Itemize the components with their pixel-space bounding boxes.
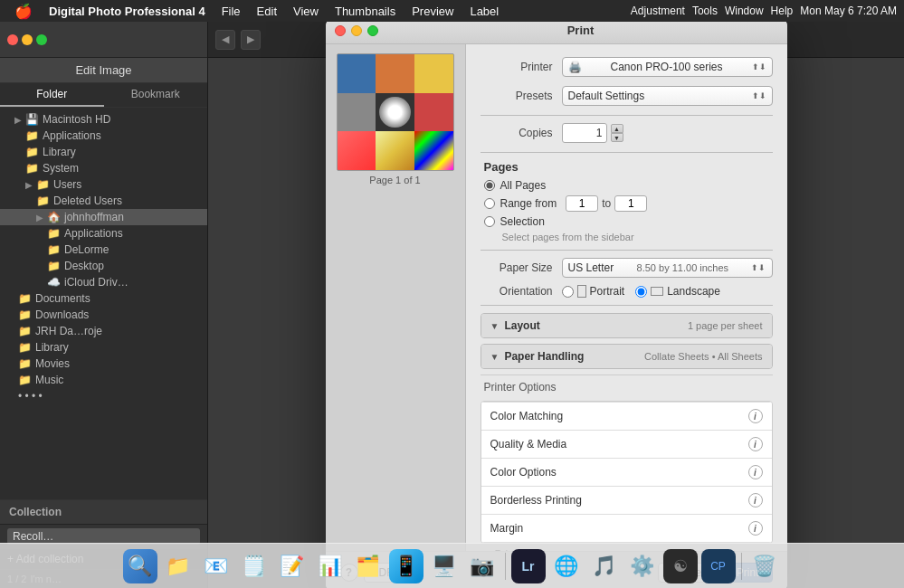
color-matching-info-icon[interactable]: i <box>748 409 763 423</box>
copies-input[interactable] <box>562 123 607 143</box>
dock-icon-music[interactable]: 🎵 <box>587 549 622 583</box>
file-menu[interactable]: File <box>214 3 248 20</box>
portrait-radio[interactable] <box>562 286 574 298</box>
printer-select[interactable]: 🖨️ Canon PRO-100 series ⬆⬇ <box>562 57 773 77</box>
tree-item-macintosh-hd[interactable]: ▶ 💾 Macintosh HD <box>0 111 207 128</box>
landscape-option[interactable]: Landscape <box>635 285 720 298</box>
range-radio[interactable] <box>484 198 495 209</box>
quality-media-info-icon[interactable]: i <box>748 437 763 451</box>
dock-icon-sysinfo[interactable]: ☯ <box>663 549 698 583</box>
tree-label: JRH Da…roje <box>35 325 102 337</box>
printer-name: Canon PRO-100 series <box>610 61 722 73</box>
label-menu[interactable]: Label <box>462 3 506 20</box>
tree-item-desktop[interactable]: 📁 Desktop <box>0 258 207 274</box>
tree-item-users[interactable]: ▶ 📁 Users <box>0 176 207 193</box>
tree-item-library[interactable]: 📁 Library <box>0 144 207 160</box>
range-to-input[interactable] <box>614 195 647 212</box>
tree-label: Desktop <box>64 260 104 272</box>
tree-item-jrh[interactable]: 📁 JRH Da…roje <box>0 323 207 339</box>
app-name[interactable]: Digital Photo Professional 4 <box>42 3 213 20</box>
presets-row: Presets Default Settings ⬆⬇ <box>481 86 773 106</box>
dialog-minimize-button[interactable] <box>351 25 362 36</box>
borderless-printing-row[interactable]: Borderless Printing i <box>481 487 772 515</box>
color-options-row[interactable]: Color Options i <box>481 459 772 487</box>
dock-icon-pages[interactable]: 📝 <box>275 549 309 583</box>
tree-item-delorme[interactable]: 📁 DeLorme <box>0 242 207 258</box>
tree-item-documents[interactable]: 📁 Documents <box>0 290 207 307</box>
bookmark-tab[interactable]: Bookmark <box>104 83 208 107</box>
layout-section-header[interactable]: ▼ Layout 1 page per sheet <box>481 314 772 337</box>
apple-menu[interactable]: 🍎 <box>7 3 40 20</box>
selection-row: Selection <box>481 215 773 228</box>
quality-media-row[interactable]: Quality & Media i <box>481 431 772 459</box>
layout-sub: 1 page per sheet <box>688 320 763 331</box>
paper-size-select[interactable]: US Letter 8.50 by 11.00 inches ⬆⬇ <box>562 258 773 278</box>
copies-decrement[interactable]: ▼ <box>611 133 623 142</box>
tree-item-more[interactable]: • • • • <box>0 388 207 404</box>
dock-icon-numbers[interactable]: 📊 <box>313 549 347 583</box>
landscape-radio[interactable] <box>635 286 647 298</box>
color-options-info-icon[interactable]: i <box>748 465 763 479</box>
dock-icon-browser[interactable]: 🌐 <box>549 549 584 583</box>
window-menu[interactable]: Window <box>725 5 764 17</box>
tree-item-applications[interactable]: 📁 Applications <box>0 128 207 144</box>
margin-row[interactable]: Margin i <box>481 515 772 543</box>
maximize-button[interactable] <box>36 34 47 45</box>
minimize-button[interactable] <box>22 34 33 45</box>
margin-info-icon[interactable]: i <box>748 521 763 536</box>
tree-label: Macintosh HD <box>43 113 110 126</box>
portrait-label: Portrait <box>590 285 625 298</box>
dock-icon-reminders[interactable]: 🗂️ <box>351 549 385 583</box>
dock-icon-photos[interactable]: 📷 <box>465 549 500 583</box>
folder-tab[interactable]: Folder <box>0 83 104 107</box>
all-pages-radio[interactable] <box>484 180 495 191</box>
selection-radio[interactable] <box>484 216 495 227</box>
tree-label: DeLorme <box>64 243 109 256</box>
view-menu[interactable]: View <box>286 3 326 20</box>
dock-icon-monitor[interactable]: 🖥️ <box>427 549 462 583</box>
edit-menu[interactable]: Edit <box>250 3 284 20</box>
tools-menu[interactable]: Tools <box>692 5 718 17</box>
presets-select[interactable]: Default Settings ⬆⬇ <box>562 86 773 106</box>
tree-label: Movies <box>35 357 70 370</box>
dialog-title: Print <box>384 24 778 37</box>
dialog-close-button[interactable] <box>335 25 346 36</box>
chevron-icon: ▶ <box>25 180 33 190</box>
dock-icon-notes[interactable]: 🗒️ <box>237 549 271 583</box>
dock-icon-email[interactable]: 📧 <box>199 549 233 583</box>
color-matching-row[interactable]: Color Matching i <box>481 402 772 431</box>
divider <box>481 115 773 116</box>
select-arrow-icon: ⬆⬇ <box>752 62 766 71</box>
copies-increment[interactable]: ▲ <box>611 124 623 133</box>
tree-item-downloads[interactable]: 📁 Downloads <box>0 307 207 323</box>
preview-menu[interactable]: Preview <box>404 3 461 20</box>
layout-title: Layout <box>504 319 682 332</box>
folder-icon: 📁 <box>25 162 39 175</box>
portrait-option[interactable]: Portrait <box>562 285 625 298</box>
tree-item-icloud[interactable]: ☁️ iCloud Driv… <box>0 274 207 290</box>
dock-icon-files[interactable]: 📁 <box>161 549 195 583</box>
tree-item-music[interactable]: 📁 Music <box>0 372 207 388</box>
dock-icon-app-store[interactable]: 📱 <box>389 549 423 583</box>
adjustment-menu[interactable]: Adjustment <box>631 5 685 17</box>
paper-handling-header[interactable]: ▼ Paper Handling Collate Sheets • All Sh… <box>481 345 772 368</box>
dock-icon-cpro[interactable]: CP <box>701 549 736 583</box>
tree-item-deleted-users[interactable]: 📁 Deleted Users <box>0 193 207 209</box>
help-menu[interactable]: Help <box>771 5 794 17</box>
thumbnails-menu[interactable]: Thumbnails <box>328 3 403 20</box>
copies-stepper[interactable]: ▲ ▼ <box>611 124 623 142</box>
dock-icon-finder[interactable]: 🔍 <box>123 549 157 583</box>
tree-item-johnhoffman[interactable]: ▶ 🏠 johnhoffman <box>0 209 207 225</box>
dialog-maximize-button[interactable] <box>367 25 378 36</box>
tree-item-applications2[interactable]: 📁 Applications <box>0 225 207 242</box>
tree-item-library2[interactable]: 📁 Library <box>0 339 207 356</box>
dock-icon-trash[interactable]: 🗑️ <box>747 549 782 583</box>
dock-icon-lightroom[interactable]: Lr <box>511 549 546 583</box>
borderless-printing-info-icon[interactable]: i <box>748 493 763 507</box>
dock-icon-settings[interactable]: ⚙️ <box>625 549 660 583</box>
paper-handling-sub: Collate Sheets • All Sheets <box>644 351 762 362</box>
range-from-input[interactable] <box>566 195 598 212</box>
tree-item-movies[interactable]: 📁 Movies <box>0 356 207 372</box>
tree-item-system[interactable]: 📁 System <box>0 160 207 176</box>
close-button[interactable] <box>7 34 18 45</box>
